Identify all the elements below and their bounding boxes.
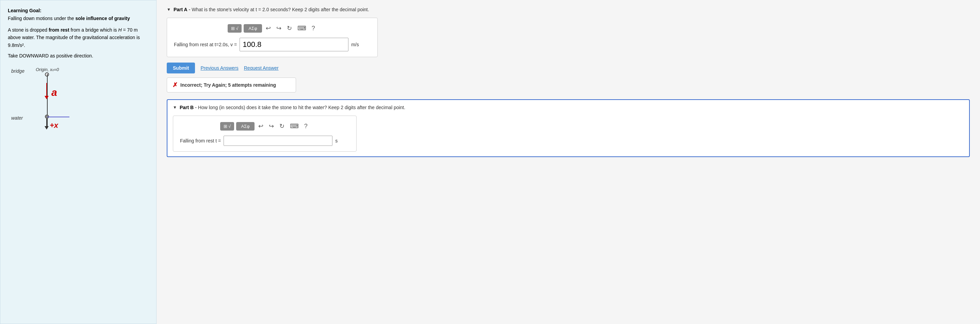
part-b-dash: -	[195, 105, 197, 110]
part-a-toolbar: ⊞ √ ΑΣφ ↩ ↪ ↻ ⌨ ?	[174, 24, 371, 33]
arrow-line	[46, 83, 47, 96]
part-b-refresh-button[interactable]: ↻	[278, 121, 286, 131]
physics-diagram: bridge Origin, x₀=0 a water +x	[11, 64, 86, 132]
part-b-header: ▼ Part B - How long (in seconds) does it…	[173, 105, 964, 110]
part-b-undo-button[interactable]: ↩	[256, 121, 265, 131]
help-button[interactable]: ?	[310, 24, 317, 33]
plus-x-label: +x	[50, 120, 58, 131]
keyboard-button[interactable]: ⌨	[296, 24, 308, 33]
part-a-question: What is the stone's velocity at t = 2.0 …	[192, 7, 369, 12]
part-a-collapse-arrow[interactable]: ▼	[167, 7, 171, 12]
refresh-button[interactable]: ↻	[285, 24, 294, 33]
water-label: water	[11, 114, 23, 122]
arrow-head	[45, 96, 49, 99]
part-a-label: Part A	[173, 7, 188, 12]
part-b-sqrt-icon: √	[228, 124, 231, 129]
accel-a-label: a	[51, 85, 57, 100]
part-a-unit: m/s	[351, 42, 359, 47]
problem-text: A stone is dropped from rest from a brid…	[8, 26, 149, 49]
part-a-feedback-box: ✗ Incorrect; Try Again; 5 attempts remai…	[167, 78, 296, 92]
right-panel: ▼ Part A - What is the stone's velocity …	[156, 0, 980, 324]
px-head	[45, 126, 49, 130]
matrix-sqrt-button[interactable]: ⊞ √	[228, 24, 242, 33]
part-b-collapse-arrow[interactable]: ▼	[173, 105, 177, 110]
part-b-container: ▼ Part B - How long (in seconds) does it…	[167, 99, 970, 157]
plus-x-arrow	[45, 119, 49, 130]
goal-title: Learning Goal:	[8, 7, 149, 14]
feedback-x-icon: ✗	[172, 81, 178, 89]
part-a-prev-answers-link[interactable]: Previous Answers	[200, 65, 238, 71]
part-a-dash: -	[189, 7, 191, 12]
part-a-request-answer-link[interactable]: Request Answer	[244, 65, 279, 71]
part-a-submit-button[interactable]: Submit	[167, 62, 195, 73]
part-b-answer-input[interactable]	[224, 136, 332, 146]
sqrt-icon: √	[236, 26, 238, 31]
part-b-help-button[interactable]: ?	[302, 122, 309, 131]
bridge-label: bridge	[11, 68, 24, 75]
part-b-input-row: Falling from rest t = s	[180, 136, 350, 146]
px-line	[46, 119, 47, 126]
part-b-unit: s	[335, 138, 337, 143]
direction-text: Take DOWNWARD as positive direction.	[8, 52, 149, 59]
accel-arrow	[45, 83, 49, 99]
goal-subtitle: Falling down motions under the sole infl…	[8, 15, 149, 22]
part-b-matrix-icon: ⊞	[224, 124, 227, 129]
undo-button[interactable]: ↩	[264, 24, 272, 33]
greek-button[interactable]: ΑΣφ	[243, 24, 262, 33]
left-panel: Learning Goal: Falling down motions unde…	[0, 0, 156, 324]
part-b-keyboard-button[interactable]: ⌨	[288, 121, 301, 131]
part-a-action-row: Submit Previous Answers Request Answer	[167, 62, 970, 73]
part-a-header: ▼ Part A - What is the stone's velocity …	[167, 7, 970, 12]
part-a-input-row: Falling from rest at t=2.0s, v = m/s	[174, 38, 371, 51]
part-a-input-label: Falling from rest at t=2.0s, v =	[174, 42, 237, 47]
water-line	[47, 117, 69, 117]
feedback-text: Incorrect; Try Again; 5 attempts remaini…	[180, 82, 276, 88]
part-a-answer-box: ⊞ √ ΑΣφ ↩ ↪ ↻ ⌨ ? Falling from rest at t…	[167, 17, 378, 57]
part-b-question: How long (in seconds) does it take the s…	[198, 105, 405, 110]
part-b-input-label: Falling from rest t =	[180, 138, 221, 143]
part-b-label: Part B	[180, 105, 194, 110]
redo-button[interactable]: ↪	[275, 24, 283, 33]
matrix-sqrt-icon: ⊞	[231, 26, 235, 31]
part-b-matrix-sqrt-button[interactable]: ⊞ √	[220, 122, 234, 130]
origin-label: Origin, x₀=0	[36, 66, 59, 73]
part-b-greek-button[interactable]: ΑΣφ	[236, 122, 254, 130]
part-a-answer-input[interactable]	[240, 38, 348, 51]
part-b-redo-button[interactable]: ↪	[267, 121, 275, 131]
part-b-answer-box: ⊞ √ ΑΣφ ↩ ↪ ↻ ⌨ ? Falling from rest t = …	[173, 116, 356, 152]
part-b-toolbar: ⊞ √ ΑΣφ ↩ ↪ ↻ ⌨ ?	[180, 121, 350, 131]
